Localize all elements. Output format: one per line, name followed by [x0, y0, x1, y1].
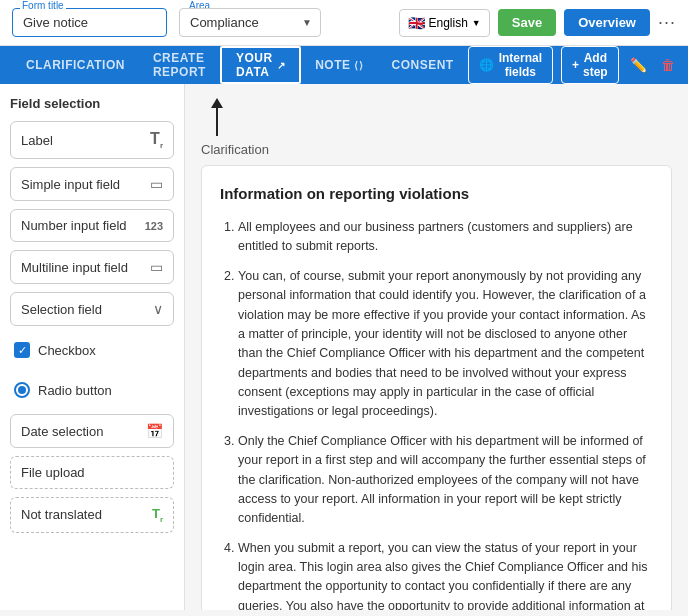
- radio-label: Radio button: [38, 383, 112, 398]
- sidebar-title: Field selection: [10, 96, 174, 111]
- content-area: Clarification Information on reporting v…: [185, 84, 688, 610]
- radio-dot: [18, 386, 26, 394]
- edit-button[interactable]: ✏️: [627, 54, 650, 76]
- tab-your-data[interactable]: YOUR DATA ↗: [220, 46, 301, 84]
- field-item-multiline-input[interactable]: Multiline input field ▭: [10, 250, 174, 284]
- field-item-label[interactable]: Label Tr: [10, 121, 174, 159]
- list-item: You can, of course, submit your report a…: [238, 267, 653, 422]
- field-item-simple-input[interactable]: Simple input field ▭: [10, 167, 174, 201]
- tab-create-report-label: CREATE REPORT: [153, 51, 206, 79]
- add-step-label: Add step: [583, 51, 608, 79]
- internal-fields-button[interactable]: 🌐 Internal fields: [468, 46, 553, 84]
- clarification-heading: Information on reporting violations: [220, 182, 653, 206]
- tab-clarification[interactable]: CLARIFICATION: [12, 46, 139, 84]
- field-item-checkbox[interactable]: ✓ Checkbox: [10, 334, 174, 366]
- field-item-radio[interactable]: Radio button: [10, 374, 174, 406]
- form-title-label: Form title: [20, 0, 66, 11]
- code-icon: ⟨⟩: [354, 60, 363, 71]
- list-item: All employees and our business partners …: [238, 218, 653, 257]
- field-item-not-translated[interactable]: Not translated Tr: [10, 497, 174, 533]
- arrow-up-head: [211, 98, 223, 108]
- delete-button[interactable]: 🗑: [658, 54, 678, 76]
- list-item: Only the Chief Compliance Officer with h…: [238, 432, 653, 529]
- clarification-label: Clarification: [201, 142, 672, 157]
- simple-input-icon: ▭: [150, 176, 163, 192]
- plus-icon: +: [572, 58, 579, 72]
- checkbox-label: Checkbox: [38, 343, 96, 358]
- tab-note-label: NOTE: [315, 58, 350, 72]
- flag-icon: 🇬🇧: [408, 15, 425, 31]
- more-options-button[interactable]: ···: [658, 12, 676, 33]
- globe-icon: 🌐: [479, 58, 494, 72]
- top-bar: Form title Area Compliance ▼ 🇬🇧 English …: [0, 0, 688, 46]
- tab-bar: CLARIFICATION CREATE REPORT YOUR DATA ↗ …: [0, 46, 688, 84]
- not-translated-label: Not translated: [21, 507, 102, 522]
- selection-field-label: Selection field: [21, 302, 102, 317]
- file-upload-label: File upload: [21, 465, 85, 480]
- tab-your-data-label: YOUR DATA: [236, 51, 273, 79]
- arrow-indicator: [211, 98, 223, 136]
- tab-bar-actions: 🌐 Internal fields + Add step ✏️ 🗑: [468, 46, 678, 84]
- field-selection-sidebar: Field selection Label Tr Simple input fi…: [0, 84, 185, 610]
- date-selection-label: Date selection: [21, 424, 103, 439]
- language-button[interactable]: 🇬🇧 English ▼: [399, 9, 490, 37]
- area-select[interactable]: Compliance: [180, 9, 320, 36]
- radio-row: Radio button: [14, 382, 112, 398]
- tab-clarification-label: CLARIFICATION: [26, 58, 125, 72]
- radio-icon: [14, 382, 30, 398]
- list-item: When you submit a report, you can view t…: [238, 539, 653, 610]
- clarification-list: All employees and our business partners …: [220, 218, 653, 610]
- field-item-file-upload[interactable]: File upload: [10, 456, 174, 489]
- area-group: Area Compliance ▼: [179, 8, 321, 37]
- tab-consent[interactable]: CONSENT: [377, 46, 467, 84]
- checkbox-icon: ✓: [14, 342, 30, 358]
- language-label: English: [429, 16, 468, 30]
- label-icon: Tr: [150, 130, 163, 150]
- chevron-down-icon: ▼: [472, 18, 481, 28]
- multiline-input-label: Multiline input field: [21, 260, 128, 275]
- number-input-label: Number input field: [21, 218, 127, 233]
- checkbox-row: ✓ Checkbox: [14, 342, 96, 358]
- top-bar-right: 🇬🇧 English ▼ Save Overview ···: [399, 9, 677, 37]
- tab-note[interactable]: NOTE ⟨⟩: [301, 46, 377, 84]
- field-item-date[interactable]: Date selection 📅: [10, 414, 174, 448]
- main-layout: Field selection Label Tr Simple input fi…: [0, 84, 688, 610]
- field-item-number-input[interactable]: Number input field 123: [10, 209, 174, 242]
- simple-input-label: Simple input field: [21, 177, 120, 192]
- internal-fields-label: Internal fields: [499, 51, 542, 79]
- calendar-icon: 📅: [146, 423, 163, 439]
- translate-icon: Tr: [152, 506, 163, 524]
- area-select-wrapper: Compliance ▼: [179, 8, 321, 37]
- form-title-group: Form title: [12, 8, 167, 37]
- clarification-box: Information on reporting violations All …: [201, 165, 672, 610]
- tab-consent-label: CONSENT: [391, 58, 453, 72]
- tab-create-report[interactable]: CREATE REPORT: [139, 46, 220, 84]
- add-step-button[interactable]: + Add step: [561, 46, 619, 84]
- field-item-selection[interactable]: Selection field ∨: [10, 292, 174, 326]
- overview-button[interactable]: Overview: [564, 9, 650, 36]
- external-link-icon: ↗: [277, 60, 286, 71]
- field-label-text: Label: [21, 133, 53, 148]
- form-title-input[interactable]: [12, 8, 167, 37]
- save-button[interactable]: Save: [498, 9, 556, 36]
- number-input-icon: 123: [145, 220, 163, 232]
- arrow-shaft: [216, 108, 218, 136]
- dropdown-icon: ∨: [153, 301, 163, 317]
- multiline-input-icon: ▭: [150, 259, 163, 275]
